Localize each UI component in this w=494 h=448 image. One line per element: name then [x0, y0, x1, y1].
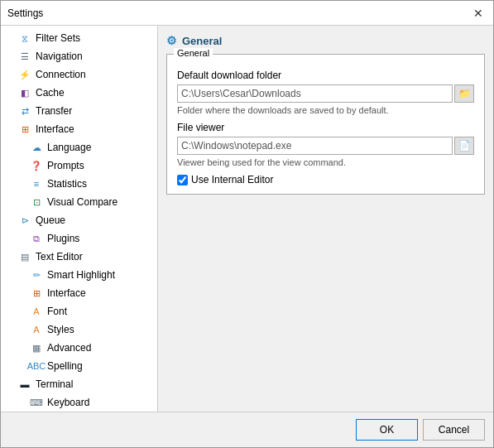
filter-sets-icon: ⧖ [17, 31, 32, 45]
sidebar-label-plugins: Plugins [47, 233, 79, 244]
section-heading: ⚙ General [166, 34, 485, 47]
general-icon: ⚙ [166, 34, 177, 47]
sidebar-item-filter-sets[interactable]: ⧖Filter Sets [1, 29, 157, 47]
keyboard-icon: ⌨ [29, 396, 44, 409]
ok-button[interactable]: OK [356, 419, 418, 441]
download-folder-browse-button[interactable]: 📁 [454, 84, 474, 103]
internal-editor-checkbox[interactable] [177, 175, 188, 185]
sidebar-label-queue: Queue [36, 214, 65, 226]
statistics-icon: ≡ [29, 177, 44, 190]
sidebar-item-advanced[interactable]: ▦Advanced [1, 339, 157, 357]
sidebar-item-transfer[interactable]: ⇄Transfer [1, 102, 157, 120]
sidebar-label-font: Font [47, 306, 67, 317]
title-bar: Settings ✕ [1, 1, 493, 26]
download-folder-input[interactable] [177, 84, 453, 103]
file-viewer-input[interactable] [177, 137, 453, 155]
navigation-icon: ☰ [17, 50, 32, 63]
sidebar-label-statistics: Statistics [47, 178, 87, 190]
window-title: Settings [7, 7, 43, 19]
sidebar-item-language[interactable]: ☁Language [1, 138, 157, 157]
sidebar-label-interface: Interface [36, 123, 74, 135]
sidebar-label-interface-te: Interface [47, 287, 86, 299]
file-viewer-label: File viewer [177, 122, 474, 133]
file-viewer-row: 📄 [177, 137, 474, 155]
sidebar-item-keyboard[interactable]: ⌨Keyboard [1, 393, 157, 412]
sidebar-label-terminal: Terminal [36, 378, 73, 390]
sidebar-label-smart-highlight: Smart Highlight [47, 269, 115, 281]
close-button[interactable]: ✕ [470, 5, 487, 22]
general-group: General Default download folder 📁 Folder… [166, 54, 485, 195]
spelling-icon: ABC [29, 359, 44, 373]
sidebar-item-terminal[interactable]: ▬Terminal [1, 375, 157, 393]
connection-icon: ⚡ [17, 68, 32, 81]
smart-highlight-icon: ✏ [29, 268, 44, 282]
text-editor-icon: ▤ [17, 250, 32, 263]
sidebar-label-connection: Connection [36, 69, 86, 80]
sidebar-label-navigation: Navigation [36, 51, 83, 62]
download-folder-label: Default download folder [177, 70, 474, 81]
sidebar-item-spelling[interactable]: ABCSpelling [1, 357, 157, 375]
internal-editor-row: Use Internal Editor [177, 174, 474, 185]
sidebar-label-filter-sets: Filter Sets [36, 32, 80, 44]
prompts-icon: ❓ [29, 159, 44, 172]
content-area: ⧖Filter Sets☰Navigation⚡Connection◧Cache… [1, 26, 493, 412]
sidebar-label-text-editor: Text Editor [36, 251, 83, 263]
plugins-icon: ⧉ [29, 232, 44, 245]
download-folder-help: Folder where the downloads are saved to … [177, 105, 474, 115]
file-viewer-help: Viewer being used for the view command. [177, 157, 474, 167]
group-label: General [174, 48, 213, 58]
section-title-text: General [182, 35, 222, 47]
language-icon: ☁ [29, 141, 44, 154]
sidebar-item-prompts[interactable]: ❓Prompts [1, 157, 157, 175]
visual-compare-icon: ⊡ [29, 195, 44, 209]
transfer-icon: ⇄ [17, 104, 32, 118]
sidebar-label-keyboard: Keyboard [47, 397, 89, 408]
footer: OK Cancel [1, 412, 493, 447]
settings-window: Settings ✕ ⧖Filter Sets☰Navigation⚡Conne… [0, 0, 494, 448]
sidebar-item-cache[interactable]: ◧Cache [1, 84, 157, 102]
sidebar-label-language: Language [47, 142, 91, 153]
sidebar-label-visual-compare: Visual Compare [47, 196, 118, 208]
main-panel: ⚙ General General Default download folde… [158, 26, 493, 412]
sidebar-item-statistics[interactable]: ≡Statistics [1, 175, 157, 193]
queue-icon: ⊳ [17, 214, 32, 227]
internal-editor-label[interactable]: Use Internal Editor [191, 174, 273, 185]
sidebar-item-text-editor[interactable]: ▤Text Editor [1, 248, 157, 266]
file-viewer-browse-button[interactable]: 📄 [454, 137, 474, 155]
sidebar-label-spelling: Spelling [47, 360, 83, 372]
interface-te-icon: ⊞ [29, 287, 44, 300]
sidebar-item-interface-te[interactable]: ⊞Interface [1, 284, 157, 302]
font-icon: A [29, 305, 44, 318]
sidebar-item-navigation[interactable]: ☰Navigation [1, 47, 157, 65]
sidebar-label-cache: Cache [36, 87, 65, 99]
sidebar-item-queue[interactable]: ⊳Queue [1, 211, 157, 229]
terminal-icon: ▬ [17, 378, 32, 391]
sidebar-item-smart-highlight[interactable]: ✏Smart Highlight [1, 266, 157, 284]
styles-icon: A [29, 323, 44, 336]
interface-icon: ⊞ [17, 123, 32, 136]
cancel-button[interactable]: Cancel [423, 419, 485, 441]
sidebar-item-visual-compare[interactable]: ⊡Visual Compare [1, 193, 157, 211]
sidebar-item-connection[interactable]: ⚡Connection [1, 65, 157, 84]
sidebar-label-styles: Styles [47, 324, 74, 335]
sidebar-label-transfer: Transfer [36, 105, 72, 117]
cache-icon: ◧ [17, 86, 32, 99]
sidebar-label-advanced: Advanced [47, 342, 91, 354]
sidebar-item-font[interactable]: AFont [1, 302, 157, 320]
download-folder-row: 📁 [177, 84, 474, 103]
sidebar-label-prompts: Prompts [47, 160, 84, 171]
sidebar-item-interface[interactable]: ⊞Interface [1, 120, 157, 138]
sidebar: ⧖Filter Sets☰Navigation⚡Connection◧Cache… [1, 26, 158, 412]
advanced-icon: ▦ [29, 341, 44, 354]
sidebar-item-styles[interactable]: AStyles [1, 320, 157, 339]
sidebar-item-plugins[interactable]: ⧉Plugins [1, 229, 157, 248]
